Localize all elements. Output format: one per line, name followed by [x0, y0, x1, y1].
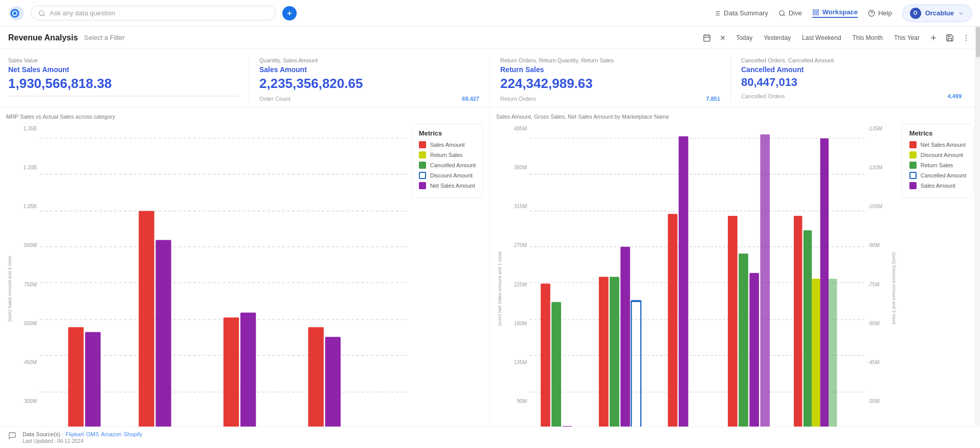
calendar-icon-btn[interactable] [701, 32, 712, 43]
metric-sales-order-count: 69,427 [462, 96, 479, 102]
legend2-return: Return Sales [909, 162, 966, 169]
legend-discount-amount: Discount Amount [419, 172, 476, 179]
source-shopify[interactable]: Shopify [124, 431, 143, 437]
svg-rect-51 [551, 302, 561, 428]
nav-dive-label: Dive [789, 9, 802, 17]
metric-net-sales: Sales Value Net Sales Amount 1,930,566,8… [8, 57, 249, 102]
legend-dot-discount [419, 172, 426, 179]
search-icon [38, 10, 46, 17]
metric-return-value: 224,342,989.63 [500, 76, 720, 92]
svg-rect-59 [728, 216, 738, 428]
metric-cancelled-sub: Cancelled Orders 4,499 [741, 93, 962, 99]
chart2-y-axis-left: 405M 360M 315M 270M 225M 180M 135M 90M 4… [503, 124, 530, 448]
metric-sales-value: 2,235,356,820.65 [259, 76, 479, 92]
svg-rect-50 [541, 284, 550, 428]
svg-point-21 [966, 35, 967, 36]
save-btn[interactable] [944, 32, 955, 43]
legend2-sales: Sales Amount [909, 182, 966, 189]
bottom-bar: Data Source(s) : Flipkart OMS Amazon Sho… [0, 427, 980, 448]
svg-point-5 [779, 10, 784, 15]
scroll-thumb[interactable] [976, 27, 980, 57]
source-amazon[interactable]: Amazon [101, 431, 121, 437]
source-oms[interactable]: OMS [86, 431, 99, 437]
legend2-dot-cancelled [909, 172, 917, 179]
nav-help[interactable]: Help [868, 9, 892, 17]
charts-area: MRP Sales vs Actual Sales across categor… [0, 107, 980, 448]
source-flipkart[interactable]: Flipkart [65, 431, 84, 437]
metric-sales-title: Sales Amount [259, 65, 479, 74]
svg-rect-10 [816, 13, 818, 15]
data-sources-row: Data Source(s) : Flipkart OMS Amazon Sho… [23, 431, 142, 437]
metric-return-label: Return Orders, Return Quantity, Return S… [500, 57, 720, 63]
svg-point-22 [966, 37, 967, 38]
nav-right: Data Summary Dive Workspace Help O Orcab… [714, 5, 972, 22]
close-filter-btn[interactable] [718, 33, 728, 43]
metric-return-sub: Return Orders 7,851 [500, 96, 720, 102]
date-this-month[interactable]: This Month [850, 33, 886, 43]
legend-return-sales: Return Sales [419, 151, 476, 159]
nav-dive[interactable]: Dive [778, 9, 802, 17]
metric-return-title: Return Sales [500, 65, 720, 74]
legend-dot-net [419, 182, 426, 189]
metric-return-sub-label: Return Orders [500, 96, 536, 102]
chart1-title: MRP Sales vs Actual Sales across categor… [6, 114, 483, 120]
user-menu[interactable]: O Orcablue [902, 5, 972, 22]
svg-point-23 [966, 39, 967, 40]
svg-rect-7 [813, 9, 815, 11]
last-updated: Last Updated : 06-11-2024 [23, 438, 142, 444]
more-options-btn[interactable] [961, 32, 972, 43]
legend2-cancelled: Cancelled Amount [909, 172, 966, 179]
dive-icon [778, 10, 786, 17]
svg-rect-35 [139, 211, 154, 428]
chart2-legend: Metrics Net Sales Amount Discount Amount… [902, 124, 974, 198]
date-this-year[interactable]: This Year [891, 33, 923, 43]
chart2-svg [530, 124, 866, 448]
svg-rect-65 [812, 279, 820, 428]
nav-data-summary[interactable]: Data Summary [714, 9, 768, 17]
chart1-panel: MRP Sales vs Actual Sales across categor… [0, 107, 490, 448]
add-filter-btn[interactable] [928, 32, 939, 43]
chart1-y-axis: 1.35B 1.20B 1.05B 900M 750M 600M 450M 30… [13, 124, 40, 448]
svg-rect-13 [704, 35, 710, 41]
svg-point-2 [13, 12, 16, 15]
metric-sales-label: Quantity, Sales Amount [259, 57, 479, 63]
date-yesterday[interactable]: Yesterday [761, 33, 794, 43]
sources-label: Data Source(s) : [23, 431, 63, 437]
svg-rect-67 [829, 279, 837, 428]
legend2-dot-net [909, 141, 917, 148]
metric-cancelled-label: Cancelled Orders, Cancelled Amount [741, 57, 962, 63]
svg-rect-36 [155, 240, 171, 428]
legend-dot-return [419, 151, 426, 159]
metric-sales-sub: Order Count 69,427 [259, 96, 479, 102]
top-navigation: Ask any data question Data Summary Dive … [0, 0, 980, 27]
nav-workspace[interactable]: Workspace [812, 8, 858, 18]
help-icon [868, 10, 875, 17]
nav-help-label: Help [878, 9, 892, 17]
legend-dot-cancelled [419, 162, 426, 169]
list-icon [714, 10, 721, 17]
filter-select[interactable]: Select a Filter [84, 34, 124, 41]
svg-rect-34 [85, 332, 100, 428]
add-button[interactable] [282, 6, 297, 20]
legend-sales-amount: Sales Amount [419, 141, 476, 148]
search-bar[interactable]: Ask any data question [31, 6, 276, 20]
legend2-discount: Discount Amount [909, 151, 966, 159]
svg-rect-63 [794, 216, 802, 428]
user-avatar: O [910, 8, 921, 19]
chart2-panel: Sales Amount, Gross Sales, Net Sales Amo… [490, 107, 980, 448]
chart1-legend: Metrics Sales Amount Return Sales Cancel… [411, 124, 483, 198]
metric-net-sales-value: 1,930,566,818.38 [8, 76, 238, 92]
page-scrollbar[interactable] [975, 27, 980, 425]
svg-rect-53 [599, 277, 609, 428]
chart1-legend-title: Metrics [419, 129, 476, 137]
metric-sales-amount: Quantity, Sales Amount Sales Amount 2,23… [249, 57, 490, 102]
date-last-weekend[interactable]: Last Weekend [799, 33, 844, 43]
legend2-dot-return [909, 162, 917, 169]
nav-data-summary-label: Data Summary [724, 9, 768, 17]
app-logo[interactable] [8, 5, 25, 21]
chart2-y-label-left: (sum) Net Sales Amount and 1 more [496, 124, 503, 448]
date-today[interactable]: Today [733, 33, 755, 43]
workspace-icon [812, 9, 819, 16]
data-source-icon [8, 432, 16, 440]
bottom-info: Data Source(s) : Flipkart OMS Amazon Sho… [23, 431, 142, 444]
